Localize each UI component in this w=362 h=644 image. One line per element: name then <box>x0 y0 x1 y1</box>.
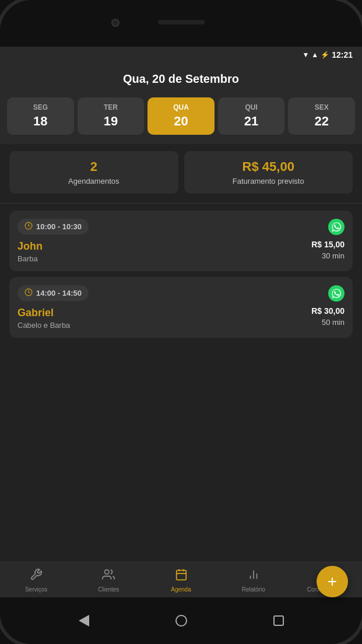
appt-time: 10:00 - 10:30 <box>36 222 82 231</box>
appointments-card[interactable]: 2 Agendamentos <box>9 151 178 194</box>
whatsapp-icon[interactable] <box>328 219 345 237</box>
day-number: 22 <box>314 114 328 129</box>
agenda-label: Agenda <box>171 586 191 593</box>
day-item-sex[interactable]: SEX22 <box>288 97 355 135</box>
agenda-icon <box>175 568 188 584</box>
whatsapp-icon[interactable] <box>328 285 345 304</box>
revenue-label: Faturamento previsto <box>233 177 304 186</box>
appointments-list: 10:00 - 10:30 John Barba R$ 15,00 30 min… <box>0 206 362 562</box>
revenue-value: R$ 45,00 <box>242 159 294 174</box>
day-number: 21 <box>244 114 258 129</box>
day-label: QUA <box>173 103 189 111</box>
time-badge: 14:00 - 14:50 <box>17 285 89 301</box>
day-selector: SEG18TER19QUA20QUI21SEX22 <box>0 93 362 144</box>
day-label: TER <box>104 103 118 111</box>
day-number: 20 <box>174 114 188 129</box>
phone-bottom-bar <box>0 597 362 644</box>
bottom-nav: Serviços Clientes <box>0 562 362 597</box>
day-item-ter[interactable]: TER19 <box>78 97 145 135</box>
header: Qua, 20 de Setembro <box>0 63 362 93</box>
services-icon <box>30 568 43 584</box>
back-button[interactable] <box>78 615 90 626</box>
appointment-card-0[interactable]: 10:00 - 10:30 John Barba R$ 15,00 30 min <box>9 211 353 271</box>
wifi-icon: ▼ <box>302 51 309 59</box>
day-item-qua[interactable]: QUA20 <box>147 97 215 135</box>
services-label: Serviços <box>25 586 47 593</box>
phone-top-bar <box>0 0 362 47</box>
day-item-seg[interactable]: SEG18 <box>7 97 74 135</box>
clients-icon <box>102 568 115 584</box>
phone-speaker <box>158 20 205 24</box>
appt-duration: 30 min <box>322 251 345 260</box>
nav-item-services[interactable]: Serviços <box>0 568 72 593</box>
status-bar: ▼ ▲ ⚡ 12:21 <box>0 47 362 63</box>
report-icon <box>247 568 260 584</box>
stats-row: 2 Agendamentos R$ 45,00 Faturamento prev… <box>0 144 362 201</box>
appt-service: Cabelo e Barba <box>17 321 345 330</box>
appt-time: 14:00 - 14:50 <box>36 289 82 298</box>
clock-icon <box>24 288 33 298</box>
battery-icon: ⚡ <box>321 51 329 59</box>
add-icon: + <box>328 572 337 591</box>
phone-camera <box>111 19 120 27</box>
appt-price: R$ 30,00 <box>311 306 345 316</box>
day-label: SEG <box>33 103 48 111</box>
day-label: SEX <box>315 103 329 111</box>
status-time: 12:21 <box>332 50 353 60</box>
appt-right: R$ 15,00 30 min <box>311 219 345 260</box>
day-label: QUI <box>245 103 257 111</box>
header-title: Qua, 20 de Setembro <box>0 72 362 86</box>
phone-shell: ▼ ▲ ⚡ 12:21 Qua, 20 de Setembro SEG18TER… <box>0 0 362 644</box>
recents-button[interactable] <box>273 615 284 626</box>
status-icons: ▼ ▲ ⚡ 12:21 <box>302 50 353 60</box>
nav-item-report[interactable]: Relatório <box>217 568 290 593</box>
revenue-card[interactable]: R$ 45,00 Faturamento previsto <box>184 151 353 194</box>
appt-service: Barba <box>17 254 345 263</box>
day-number: 18 <box>33 114 47 129</box>
nav-item-clients[interactable]: Clientes <box>72 568 145 593</box>
clock-icon <box>24 222 33 232</box>
appt-name: Gabriel <box>17 307 345 319</box>
divider <box>0 203 362 204</box>
appointments-value: 2 <box>90 159 97 174</box>
svg-point-1 <box>328 219 345 235</box>
appt-right: R$ 30,00 50 min <box>311 285 345 327</box>
appt-price: R$ 15,00 <box>311 240 345 249</box>
report-label: Relatório <box>242 586 265 593</box>
appointment-card-1[interactable]: 14:00 - 14:50 Gabriel Cabelo e Barba R$ … <box>9 277 353 338</box>
clients-label: Clientes <box>98 586 119 593</box>
appt-name: John <box>17 240 345 253</box>
day-item-qui[interactable]: QUI21 <box>218 97 285 135</box>
svg-point-4 <box>105 570 109 574</box>
nav-item-agenda[interactable]: Agenda <box>145 568 217 593</box>
svg-rect-5 <box>176 570 186 580</box>
signal-icon: ▲ <box>311 51 318 59</box>
svg-point-3 <box>328 285 345 302</box>
time-badge: 10:00 - 10:30 <box>17 219 89 235</box>
appt-duration: 50 min <box>322 318 345 327</box>
phone-screen: ▼ ▲ ⚡ 12:21 Qua, 20 de Setembro SEG18TER… <box>0 47 362 597</box>
add-appointment-button[interactable]: + <box>317 566 348 597</box>
appointments-label: Agendamentos <box>68 177 119 186</box>
home-button[interactable] <box>175 615 187 626</box>
day-number: 19 <box>104 114 118 129</box>
